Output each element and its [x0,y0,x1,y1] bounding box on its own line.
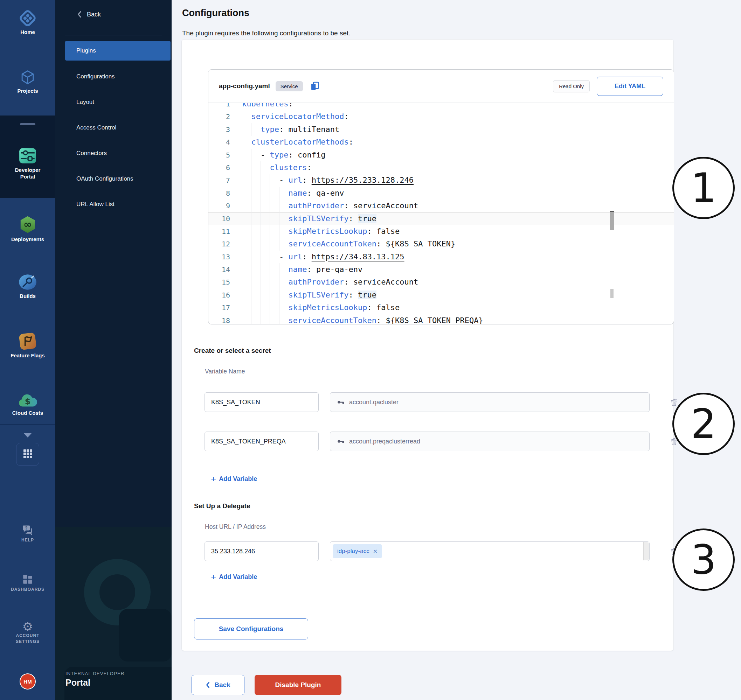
host-url-input[interactable] [205,541,319,561]
add-delegate-button[interactable]: + Add Variable [211,572,257,581]
line-number: 15 [208,276,242,288]
line-number: 6 [208,161,242,174]
scrollbar-thumb[interactable] [610,211,614,230]
save-configurations-button[interactable]: Save Configurations [194,618,308,640]
cube-icon [19,81,37,87]
yaml-code-line: 5- type: config [208,149,674,161]
subnav-item-connectors[interactable]: Connectors [55,144,172,162]
yaml-code-area[interactable]: 1kubernetes:2serviceLocatorMethod:3type:… [208,103,674,324]
copy-icon[interactable] [310,81,320,91]
variable-name-input[interactable] [205,432,319,451]
tag-input-scrollbar [643,542,649,560]
yaml-code-line: 9authProvider: serviceAccount [208,200,674,212]
chevron-left-icon [77,10,82,18]
line-number: 9 [208,200,242,212]
yaml-code-line: 16skipTLSVerify: true [208,289,674,301]
secret-selector-value: account.preqaclusterread [349,438,420,445]
chevron-down-icon[interactable] [24,433,32,437]
line-number: 18 [208,314,242,324]
yaml-code-line: 4clusterLocatorMethods: [208,136,674,149]
yaml-code-line: 7- url: https://35.233.128.246 [208,174,674,187]
sidebar-item-feature-flags[interactable]: Feature Flags [0,332,55,359]
disable-plugin-button[interactable]: Disable Plugin [255,675,342,695]
delegate-tags-input[interactable]: idp-play-acc ✕ [330,541,650,561]
sidebar-item-label: Home [0,29,55,35]
host-url-label: Host URL / IP Address [205,523,266,531]
module-grid-button[interactable] [16,443,39,466]
user-avatar[interactable]: HM [20,674,36,690]
gear-icon: ⚙ [0,620,55,633]
sidebar-item-account-settings[interactable]: ⚙ ACCOUNTSETTINGS [0,620,55,645]
yaml-code-line: 1kubernetes: [208,103,674,110]
subnav-divider [65,35,162,35]
sidebar-item-label: ACCOUNTSETTINGS [0,633,55,645]
subnav-item-plugins[interactable]: Plugins [65,41,171,60]
edit-yaml-button[interactable]: Edit YAML [597,76,663,96]
line-number: 10 [208,212,242,225]
nine-dot-grid-icon [22,448,33,460]
line-number: 5 [208,149,242,161]
cloud-costs-icon: $ [18,403,38,409]
sidebar-item-cloud-costs[interactable]: $ Cloud Costs [0,393,55,416]
yaml-code-line: 18serviceAccountToken: ${K8S_SA_TOKEN_PR… [208,314,674,324]
plus-icon: + [211,572,216,581]
chevron-left-icon [206,681,210,688]
line-number: 11 [208,225,242,238]
add-variable-button[interactable]: + Add Variable [211,474,257,483]
subnav-item-layout[interactable]: Layout [55,93,172,111]
sidebar-item-label: Cloud Costs [0,409,55,416]
back-nav-link[interactable]: Back [77,10,101,18]
sidebar-item-builds[interactable]: Builds [0,273,55,299]
configurations-card: app-config.yaml Service Read Only Edit Y… [181,39,674,651]
sidebar-item-deployments[interactable]: ∞ Deployments [0,215,55,243]
yaml-editor-card: app-config.yaml Service Read Only Edit Y… [208,69,674,325]
remove-tag-icon[interactable]: ✕ [373,548,377,555]
product-eyebrow: INTERNAL DEVELOPER [65,671,125,676]
yaml-code-line: 13- url: https://34.83.13.125 [208,251,674,263]
overview-ruler-mark [610,289,614,298]
entity-type-badge: Service [275,81,303,91]
secret-selector[interactable]: account.preqaclusterread [330,432,650,451]
sidebar-item-dashboards[interactable]: DASHBOARDS [0,573,55,593]
subnav-item-url-allow-list[interactable]: URL Allow List [55,196,172,213]
annotation-circle-1: 1 [672,157,735,219]
secret-selector[interactable]: account.qacluster [330,392,650,412]
variable-name-input[interactable] [205,392,319,412]
line-number: 8 [208,187,242,200]
yaml-editor-header: app-config.yaml Service Read Only Edit Y… [208,70,674,103]
secrets-section-heading: Create or select a secret [194,347,271,354]
yaml-code-line: 10skipTLSVerify: true [208,212,674,225]
sidebar-item-projects[interactable]: Projects [0,69,55,94]
line-number: 4 [208,136,242,149]
line-number: 17 [208,301,242,314]
back-button[interactable]: Back [192,675,245,695]
sidebar-item-help[interactable]: ? HELP [0,524,55,543]
sidebar-item-label: HELP [0,537,55,543]
secret-selector-value: account.qacluster [349,399,399,406]
yaml-code-line: 8name: qa-env [208,187,674,200]
yaml-code-line: 15authProvider: serviceAccount [208,276,674,288]
read-only-badge: Read Only [553,80,590,93]
dashboards-icon [22,580,34,586]
harness-logo-icon [19,22,37,28]
subnav-item-configurations[interactable]: Configurations [55,68,172,85]
subnav-item-oauth-configurations[interactable]: OAuth Configurations [55,170,172,188]
sidebar-item-home[interactable]: Home [0,9,55,35]
variable-name-label: Variable Name [205,368,245,375]
delegate-tag-chip[interactable]: idp-play-acc ✕ [333,544,382,558]
sidebar-item-label: Deployments [0,236,55,243]
sidebar-item-label: Builds [0,293,55,299]
back-nav-label: Back [87,11,101,18]
subnav-item-access-control[interactable]: Access Control [55,119,172,137]
deployments-icon: ∞ [18,229,37,235]
sidebar-item-developer-portal[interactable]: DeveloperPortal [0,146,55,180]
sidebar-item-label: DeveloperPortal [0,166,55,180]
svg-text:∞: ∞ [24,218,32,230]
line-number: 2 [208,110,242,123]
module-rail: Home Projects DeveloperPortal ∞ Deployme… [0,0,55,700]
yaml-code-line: 11skipMetricsLookup: false [208,225,674,238]
yaml-filename: app-config.yaml [219,82,270,90]
sidebar-item-label: Projects [0,87,55,94]
key-icon [337,437,345,446]
rail-section-divider [20,123,35,125]
